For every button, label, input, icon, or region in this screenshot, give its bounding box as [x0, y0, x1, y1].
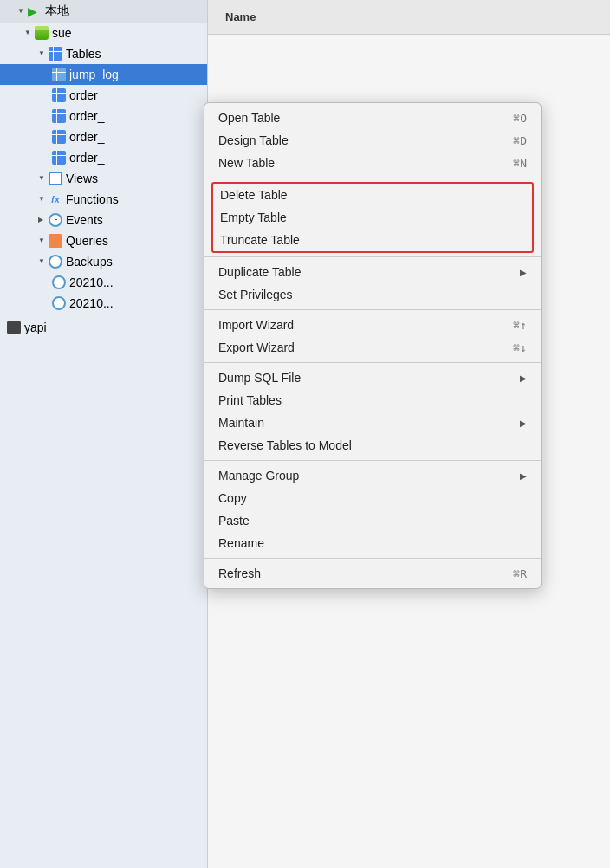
triangle-icon [38, 49, 47, 58]
sidebar-label-yapi: yapi [24, 321, 47, 334]
menu-item-import-wizard[interactable]: Import Wizard ⌘↑ [204, 314, 541, 336]
triangle-icon [38, 257, 47, 266]
db-icon [35, 26, 49, 40]
menu-item-delete-table[interactable]: Delete Table [213, 184, 532, 206]
queries-icon [49, 234, 62, 248]
shortcut-import-wizard: ⌘↑ [513, 319, 527, 332]
sidebar-item-jump-log[interactable]: jump_log [0, 64, 207, 85]
triangle-icon [17, 7, 26, 16]
sidebar-item-order4[interactable]: order_ [0, 147, 207, 168]
triangle-icon [38, 174, 47, 183]
menu-label-refresh: Refresh [218, 567, 261, 580]
table-icon [52, 68, 66, 81]
menu-label-open-table: Open Table [218, 111, 280, 125]
menu-item-reverse-tables[interactable]: Reverse Tables to Model [204, 434, 541, 457]
menu-item-rename[interactable]: Rename [204, 532, 541, 554]
yapi-icon [7, 321, 21, 334]
menu-item-truncate-table[interactable]: Truncate Table [213, 229, 532, 251]
sidebar-item-order3[interactable]: order_ [0, 126, 207, 147]
main-header: Name [208, 0, 610, 35]
menu-label-reverse-tables: Reverse Tables to Model [218, 438, 352, 452]
menu-label-design-table: Design Table [218, 133, 289, 147]
column-name-header: Name [217, 3, 264, 30]
menu-item-paste[interactable]: Paste [204, 509, 541, 532]
sidebar-item-local[interactable]: 本地 [0, 0, 207, 23]
table-icon [52, 151, 66, 165]
table-icon [52, 109, 66, 123]
sidebar-label-queries: Queries [66, 234, 108, 248]
sidebar-item-yapi[interactable]: yapi [0, 317, 207, 338]
menu-label-manage-group: Manage Group [218, 469, 299, 483]
menu-item-copy[interactable]: Copy [204, 487, 541, 509]
shortcut-open-table: ⌘O [513, 112, 527, 125]
tables-icon [49, 47, 62, 61]
table-icon [52, 88, 66, 102]
separator-5 [204, 460, 541, 461]
menu-item-empty-table[interactable]: Empty Table [213, 206, 532, 229]
arrow-icon-dump: ▶ [520, 373, 527, 383]
sidebar-label-local: 本地 [45, 3, 69, 19]
menu-label-maintain: Maintain [218, 416, 264, 430]
sidebar: 本地 sue Tables jump_log order order_ orde… [0, 0, 208, 868]
sidebar-item-order2[interactable]: order_ [0, 106, 207, 126]
sidebar-item-views[interactable]: Views [0, 168, 207, 189]
menu-label-copy: Copy [218, 491, 247, 505]
sidebar-label-order4: order_ [69, 151, 104, 165]
menu-item-export-wizard[interactable]: Export Wizard ⌘↓ [204, 336, 541, 359]
sidebar-label-sue: sue [52, 26, 72, 40]
sidebar-label-order: order [69, 88, 98, 102]
sidebar-item-order[interactable]: order [0, 85, 207, 106]
sidebar-item-backups[interactable]: Backups [0, 251, 207, 272]
menu-item-set-privileges[interactable]: Set Privileges [204, 283, 541, 306]
separator-2 [204, 256, 541, 257]
menu-item-open-table[interactable]: Open Table ⌘O [204, 107, 541, 129]
views-icon [49, 172, 62, 185]
sidebar-item-tables[interactable]: Tables [0, 43, 207, 64]
arrow-icon-manage-group: ▶ [520, 471, 527, 481]
menu-label-print-tables: Print Tables [218, 393, 282, 407]
separator-3 [204, 309, 541, 310]
sidebar-label-events: Events [66, 213, 103, 227]
sidebar-label-functions: Functions [66, 192, 119, 206]
sidebar-item-events[interactable]: Events [0, 210, 207, 230]
menu-item-dump-sql[interactable]: Dump SQL File ▶ [204, 366, 541, 389]
table-icon [52, 130, 66, 144]
sidebar-label-backup1: 20210... [69, 275, 114, 289]
menu-item-refresh[interactable]: Refresh ⌘R [204, 562, 541, 585]
menu-label-paste: Paste [218, 514, 250, 528]
backups-icon [49, 255, 62, 269]
menu-item-design-table[interactable]: Design Table ⌘D [204, 129, 541, 152]
menu-item-new-table[interactable]: New Table ⌘N [204, 152, 541, 174]
menu-label-empty-table: Empty Table [220, 211, 287, 224]
menu-label-export-wizard: Export Wizard [218, 340, 295, 354]
sidebar-label-order2: order_ [69, 109, 104, 123]
menu-item-manage-group[interactable]: Manage Group ▶ [204, 464, 541, 487]
arrow-icon-duplicate: ▶ [520, 268, 527, 277]
sidebar-label-jump-log: jump_log [69, 68, 119, 81]
events-icon [49, 213, 62, 227]
sidebar-item-backup2[interactable]: 20210... [0, 293, 207, 314]
sidebar-item-functions[interactable]: fx Functions [0, 189, 207, 210]
sidebar-label-tables: Tables [66, 47, 101, 61]
menu-label-truncate-table: Truncate Table [220, 233, 300, 247]
separator-1 [204, 178, 541, 178]
menu-label-delete-table: Delete Table [220, 188, 288, 202]
sidebar-label-backups: Backups [66, 255, 113, 269]
functions-icon: fx [49, 192, 62, 206]
separator-4 [204, 362, 541, 363]
shortcut-new-table: ⌘N [513, 157, 527, 170]
menu-item-print-tables[interactable]: Print Tables [204, 389, 541, 411]
menu-item-duplicate-table[interactable]: Duplicate Table ▶ [204, 261, 541, 283]
menu-label-new-table: New Table [218, 156, 275, 170]
sidebar-item-queries[interactable]: Queries [0, 230, 207, 251]
sidebar-item-sue[interactable]: sue [0, 23, 207, 43]
context-menu: Open Table ⌘O Design Table ⌘D New Table … [204, 102, 542, 589]
menu-label-rename: Rename [218, 536, 264, 550]
backup-icon [52, 275, 66, 289]
arrow-icon-maintain: ▶ [520, 418, 527, 428]
menu-label-dump-sql: Dump SQL File [218, 371, 301, 385]
backup-icon [52, 296, 66, 310]
menu-item-maintain[interactable]: Maintain ▶ [204, 411, 541, 434]
shortcut-design-table: ⌘D [513, 134, 527, 147]
sidebar-item-backup1[interactable]: 20210... [0, 272, 207, 293]
